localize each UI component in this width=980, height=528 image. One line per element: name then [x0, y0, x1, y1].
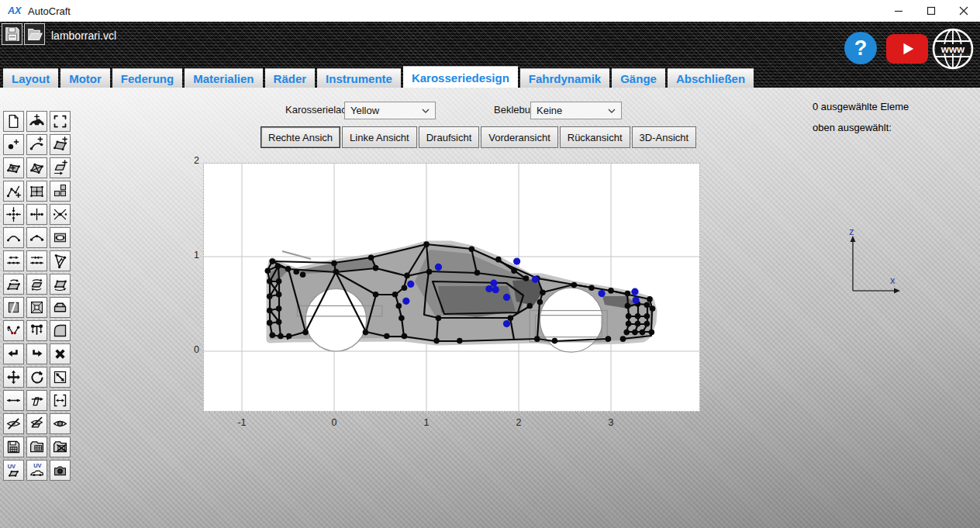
control-point[interactable] [396, 303, 402, 309]
tool-arc[interactable] [3, 227, 24, 248]
control-point[interactable] [333, 269, 340, 275]
tool-delete[interactable] [50, 343, 71, 364]
tool-delete-mesh[interactable] [50, 437, 71, 457]
selected-control-point[interactable] [513, 258, 520, 265]
control-point[interactable] [640, 330, 646, 336]
tab-karosseriedesign[interactable]: Karosseriedesign [403, 66, 518, 88]
youtube-button[interactable] [886, 34, 928, 64]
tool-add-car[interactable] [26, 111, 47, 132]
control-point[interactable] [626, 313, 632, 319]
tool-add-point[interactable] [3, 134, 24, 155]
control-point[interactable] [650, 305, 656, 312]
control-point[interactable] [495, 257, 502, 263]
selected-control-point[interactable] [532, 276, 539, 283]
paint-dropdown[interactable]: Yellow [344, 102, 436, 119]
tool-offset-surface[interactable] [50, 157, 71, 178]
selected-control-point[interactable] [402, 298, 409, 305]
tool-measure[interactable] [3, 390, 24, 411]
tool-collapse-horizontal[interactable] [26, 250, 47, 271]
tool-rotate-patch[interactable] [3, 274, 24, 295]
control-point[interactable] [399, 316, 405, 322]
design-canvas[interactable]: 012-10123 [203, 163, 700, 412]
tool-clamp-points[interactable] [26, 320, 47, 341]
selected-control-point[interactable] [485, 285, 492, 292]
tool-select-region[interactable] [50, 111, 71, 132]
open-file-button[interactable] [24, 23, 45, 45]
control-point[interactable] [644, 313, 650, 319]
control-point[interactable] [267, 293, 273, 299]
control-point[interactable] [300, 271, 306, 278]
tool-uv-car[interactable]: UV [26, 460, 47, 481]
tab-federung[interactable]: Federung [112, 68, 182, 88]
tool-new-file[interactable] [3, 111, 24, 132]
wrap-dropdown[interactable]: Keine [530, 102, 622, 119]
tool-extrude-patch[interactable] [50, 297, 71, 318]
control-point[interactable] [392, 292, 399, 298]
selected-control-point[interactable] [633, 297, 640, 304]
control-point[interactable] [540, 290, 546, 296]
tab-abschließen[interactable]: Abschließen [668, 68, 754, 88]
control-point[interactable] [632, 330, 638, 336]
tool-merge-points[interactable] [50, 204, 71, 225]
selected-control-point[interactable] [631, 288, 638, 295]
tool-uv-patch[interactable]: UV [3, 460, 24, 481]
tool-fill-patch[interactable] [3, 297, 24, 318]
tool-hide[interactable] [3, 413, 24, 434]
tool-rotate[interactable] [26, 367, 47, 388]
control-point[interactable] [433, 338, 440, 344]
control-point[interactable] [373, 265, 379, 271]
tool-move[interactable] [3, 367, 24, 388]
tool-scale[interactable] [50, 367, 71, 388]
control-point[interactable] [537, 299, 543, 305]
tool-undo[interactable] [3, 343, 24, 364]
control-point[interactable] [373, 292, 379, 298]
tool-surface-points[interactable] [3, 157, 24, 178]
control-point[interactable] [331, 261, 337, 267]
selected-control-point[interactable] [490, 280, 497, 287]
design-plot[interactable] [204, 164, 701, 412]
tab-layout[interactable]: Layout [3, 68, 58, 88]
control-point[interactable] [276, 278, 282, 285]
control-point[interactable] [384, 333, 390, 340]
control-point[interactable] [276, 292, 282, 298]
control-point[interactable] [526, 303, 533, 309]
control-point[interactable] [608, 288, 614, 294]
tool-round-corner[interactable] [50, 320, 71, 341]
control-point[interactable] [269, 332, 275, 338]
view-button-draufsicht[interactable]: Draufsicht [419, 126, 480, 148]
control-point[interactable] [606, 336, 612, 342]
tool-shear-patch[interactable] [50, 274, 71, 295]
tab-motor[interactable]: Motor [60, 68, 110, 88]
control-point[interactable] [275, 263, 281, 269]
control-point[interactable] [635, 313, 641, 319]
tool-weld-points[interactable] [3, 320, 24, 341]
tool-render[interactable] [50, 460, 71, 481]
tool-spread-point[interactable] [26, 204, 47, 225]
tool-add-surface[interactable] [50, 134, 71, 155]
tool-rotate-patch-ccw[interactable] [26, 274, 47, 295]
control-point[interactable] [368, 254, 374, 261]
control-point[interactable] [278, 333, 284, 340]
control-point[interactable] [620, 336, 626, 342]
control-point[interactable] [523, 275, 530, 281]
control-point[interactable] [265, 268, 271, 274]
control-point[interactable] [647, 296, 653, 302]
tool-add-polyline[interactable] [3, 181, 24, 202]
selected-control-point[interactable] [599, 290, 606, 297]
selected-control-point[interactable] [503, 294, 510, 301]
tool-subdivide-grid[interactable] [26, 181, 47, 202]
control-point[interactable] [644, 321, 650, 327]
control-point[interactable] [426, 269, 433, 275]
control-point[interactable] [423, 241, 430, 247]
selected-control-point[interactable] [435, 264, 442, 271]
tool-save-mesh[interactable] [3, 437, 24, 457]
view-button-rechte-ansich[interactable]: Rechte Ansich [261, 126, 340, 148]
control-point[interactable] [644, 302, 650, 308]
selected-control-point[interactable] [407, 281, 414, 288]
control-point[interactable] [571, 282, 578, 288]
control-point[interactable] [436, 316, 442, 322]
tab-materialien[interactable]: Materialien [185, 68, 262, 88]
control-point[interactable] [552, 338, 558, 344]
control-point[interactable] [293, 269, 299, 275]
control-point[interactable] [404, 273, 410, 279]
